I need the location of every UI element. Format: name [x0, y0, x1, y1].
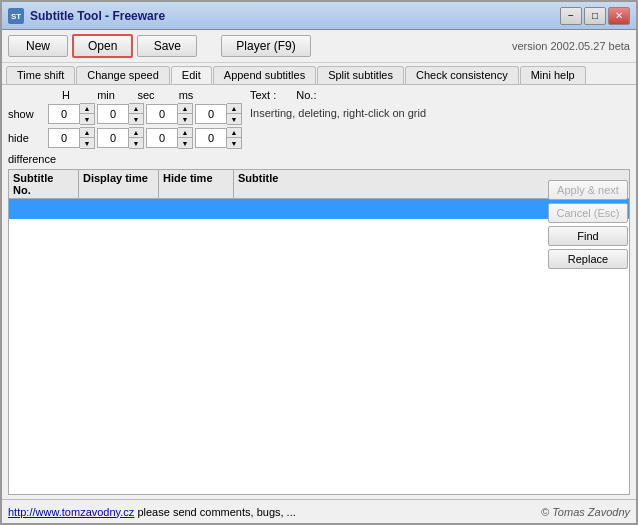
show-h-input[interactable]	[48, 104, 80, 124]
h-header: H	[46, 89, 86, 101]
show-sec-spinner-btns: ▲ ▼	[178, 103, 193, 125]
apply-next-button[interactable]: Apply & next	[548, 180, 628, 200]
hide-ms-spinner-btns: ▲ ▼	[227, 127, 242, 149]
hide-min-spinner: ▲ ▼	[97, 127, 144, 149]
main-window: ST Subtitle Tool - Freeware − □ ✕ New Op…	[0, 0, 638, 525]
edit-section: H min sec ms show ▲ ▼	[2, 85, 636, 169]
show-ms-input[interactable]	[195, 104, 227, 124]
hide-sec-up[interactable]: ▲	[178, 128, 192, 138]
hide-sec-down[interactable]: ▼	[178, 138, 192, 148]
tab-append-subtitles[interactable]: Append subtitles	[213, 66, 316, 84]
hide-ms-up[interactable]: ▲	[227, 128, 241, 138]
show-sec-spinner: ▲ ▼	[146, 103, 193, 125]
show-label: show	[8, 108, 46, 120]
toolbar: New Open Save Player (F9) version 2002.0…	[2, 30, 636, 63]
hide-sec-spinner: ▲ ▼	[146, 127, 193, 149]
hide-sec-spinner-btns: ▲ ▼	[178, 127, 193, 149]
grid-body[interactable]	[9, 199, 629, 494]
content-area: H min sec ms show ▲ ▼	[2, 85, 636, 499]
show-min-input[interactable]	[97, 104, 129, 124]
right-panel: Text : No.: Inserting, deleting, right-c…	[250, 89, 630, 165]
hide-sec-input[interactable]	[146, 128, 178, 148]
status-text: please send comments, bugs, ...	[134, 506, 295, 518]
col-display-time: Display time	[79, 170, 159, 198]
tab-change-speed[interactable]: Change speed	[76, 66, 170, 84]
hide-h-spinner: ▲ ▼	[48, 127, 95, 149]
show-min-up[interactable]: ▲	[129, 104, 143, 114]
window-title: Subtitle Tool - Freeware	[30, 9, 560, 23]
show-min-spinner-btns: ▲ ▼	[129, 103, 144, 125]
hide-h-down[interactable]: ▼	[80, 138, 94, 148]
instruction-text: Inserting, deleting, right-click on grid	[250, 105, 630, 121]
show-ms-up[interactable]: ▲	[227, 104, 241, 114]
time-inputs-panel: H min sec ms show ▲ ▼	[8, 89, 242, 165]
text-label: Text :	[250, 89, 276, 101]
show-ms-down[interactable]: ▼	[227, 114, 241, 124]
hide-min-down[interactable]: ▼	[129, 138, 143, 148]
hide-min-up[interactable]: ▲	[129, 128, 143, 138]
grid-row-selected[interactable]	[9, 199, 629, 219]
show-h-spinner-btns: ▲ ▼	[80, 103, 95, 125]
hide-row: hide ▲ ▼ ▲ ▼	[8, 127, 242, 149]
website-link[interactable]: http://www.tomzavodny.cz	[8, 506, 134, 518]
hide-h-input[interactable]	[48, 128, 80, 148]
hide-ms-down[interactable]: ▼	[227, 138, 241, 148]
tab-time-shift[interactable]: Time shift	[6, 66, 75, 84]
tab-edit[interactable]: Edit	[171, 66, 212, 84]
maximize-button[interactable]: □	[584, 7, 606, 25]
cancel-button[interactable]: Cancel (Esc)	[548, 203, 628, 223]
hide-min-input[interactable]	[97, 128, 129, 148]
show-ms-spinner-btns: ▲ ▼	[227, 103, 242, 125]
show-h-up[interactable]: ▲	[80, 104, 94, 114]
version-label: version 2002.05.27 beta	[512, 40, 630, 52]
subtitle-grid[interactable]: Subtitle No. Display time Hide time Subt…	[8, 169, 630, 495]
status-bar: http://www.tomzavodny.cz please send com…	[2, 499, 636, 523]
show-min-down[interactable]: ▼	[129, 114, 143, 124]
show-min-spinner: ▲ ▼	[97, 103, 144, 125]
tab-mini-help[interactable]: Mini help	[520, 66, 586, 84]
close-button[interactable]: ✕	[608, 7, 630, 25]
window-controls: − □ ✕	[560, 7, 630, 25]
save-button[interactable]: Save	[137, 35, 197, 57]
tab-check-consistency[interactable]: Check consistency	[405, 66, 519, 84]
svg-text:ST: ST	[11, 12, 21, 21]
min-header: min	[86, 89, 126, 101]
player-button[interactable]: Player (F9)	[221, 35, 310, 57]
grid-header: Subtitle No. Display time Hide time Subt…	[9, 170, 629, 199]
difference-label: difference	[8, 153, 242, 165]
show-sec-input[interactable]	[146, 104, 178, 124]
ms-header: ms	[166, 89, 206, 101]
app-icon: ST	[8, 8, 24, 24]
open-button[interactable]: Open	[72, 34, 133, 58]
new-button[interactable]: New	[8, 35, 68, 57]
selected-cell-display	[79, 199, 159, 219]
action-buttons: Apply & next Cancel (Esc) Find Replace	[548, 180, 628, 269]
show-row: show ▲ ▼ ▲ ▼	[8, 103, 242, 125]
no-label: No.:	[296, 89, 316, 101]
status-left: http://www.tomzavodny.cz please send com…	[8, 506, 296, 518]
show-h-down[interactable]: ▼	[80, 114, 94, 124]
text-no-row: Text : No.:	[250, 89, 630, 101]
col-subtitle-no: Subtitle No.	[9, 170, 79, 198]
show-sec-up[interactable]: ▲	[178, 104, 192, 114]
show-h-spinner: ▲ ▼	[48, 103, 95, 125]
hide-h-up[interactable]: ▲	[80, 128, 94, 138]
sec-header: sec	[126, 89, 166, 101]
selected-cell-no	[9, 199, 79, 219]
title-bar: ST Subtitle Tool - Freeware − □ ✕	[2, 2, 636, 30]
tab-split-subtitles[interactable]: Split subtitles	[317, 66, 404, 84]
show-sec-down[interactable]: ▼	[178, 114, 192, 124]
show-ms-spinner: ▲ ▼	[195, 103, 242, 125]
hide-label: hide	[8, 132, 46, 144]
find-button[interactable]: Find	[548, 226, 628, 246]
selected-cell-hide	[159, 199, 234, 219]
time-header-row: H min sec ms	[8, 89, 242, 101]
tab-bar: Time shift Change speed Edit Append subt…	[2, 63, 636, 85]
replace-button[interactable]: Replace	[548, 249, 628, 269]
hide-min-spinner-btns: ▲ ▼	[129, 127, 144, 149]
hide-h-spinner-btns: ▲ ▼	[80, 127, 95, 149]
hide-ms-input[interactable]	[195, 128, 227, 148]
col-hide-time: Hide time	[159, 170, 234, 198]
hide-ms-spinner: ▲ ▼	[195, 127, 242, 149]
minimize-button[interactable]: −	[560, 7, 582, 25]
